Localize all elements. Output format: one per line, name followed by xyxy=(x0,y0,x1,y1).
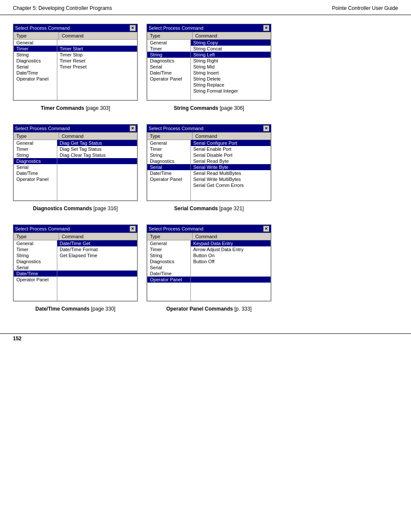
diagnostics-caption: Diagnostics Commands [page 316] xyxy=(33,205,118,212)
type-cell: Diagnostics xyxy=(147,158,190,164)
table-row[interactable]: String Serial Disable Port xyxy=(147,152,271,158)
string-dialog-title: Select Process Command xyxy=(149,25,203,31)
table-row[interactable]: Serial xyxy=(14,164,137,170)
table-row[interactable]: Operator Panel String Delete xyxy=(147,76,271,82)
table-row[interactable]: String Get Elapsed Time xyxy=(14,252,137,258)
table-row[interactable]: Diagnostics Serial Read Byte xyxy=(147,158,271,164)
table-row[interactable]: String Diag Clear Tag Status xyxy=(14,152,137,158)
table-row[interactable]: Operator Panel xyxy=(14,176,137,182)
type-cell: Serial xyxy=(147,64,190,70)
table-row[interactable]: Diagnostics Timer Reset xyxy=(14,58,137,64)
table-row[interactable]: Serial String Mid xyxy=(147,64,271,70)
guide-title: Pointe Controller User Guide xyxy=(332,5,398,11)
string-body-table: General String Copy Timer String Concat … xyxy=(147,40,271,100)
serial-caption: Serial Commands [page 321] xyxy=(174,205,243,212)
string-dialog-close[interactable]: ✕ xyxy=(263,25,269,31)
table-row[interactable]: General xyxy=(14,40,137,46)
table-row[interactable]: Diagnostics String Right xyxy=(147,58,271,64)
table-row[interactable]: String Button On xyxy=(147,252,271,258)
table-row[interactable]: Diagnostics Button Off xyxy=(147,258,271,264)
type-cell: Serial xyxy=(14,264,57,271)
string-caption-bold: String Commands xyxy=(174,105,218,111)
string-caption-ref: [page 306] xyxy=(220,105,244,111)
table-row[interactable]: Operator Panel Serial Write MultiBytes xyxy=(147,176,271,182)
string-table-body-wrapper: General String Copy Timer String Concat … xyxy=(147,40,271,100)
page-footer: 152 xyxy=(0,333,411,343)
table-row[interactable]: Date/Time xyxy=(14,170,137,176)
table-row xyxy=(14,283,137,289)
table-row[interactable]: General Date/Time Get xyxy=(14,240,137,246)
command-cell: Keypad Data Entry xyxy=(190,240,271,246)
table-row[interactable]: Serial Get Comm Errors xyxy=(147,182,271,188)
table-row[interactable]: String Replace xyxy=(147,82,271,88)
table-row[interactable]: Serial xyxy=(14,264,137,271)
timer-body-table: General Timer Timer Start String Timer S… xyxy=(14,40,137,100)
timer-dialog-close[interactable]: ✕ xyxy=(130,25,136,31)
serial-dialog-container: Select Process Command ✕ Type Command xyxy=(146,124,271,212)
serial-dialog-close[interactable]: ✕ xyxy=(263,125,269,131)
command-cell: Serial Get Comm Errors xyxy=(190,182,271,188)
table-row[interactable]: Operator Panel xyxy=(14,76,137,82)
table-row[interactable]: General Diag Get Tag Status xyxy=(14,140,137,146)
table-row[interactable]: Timer String Concat xyxy=(147,46,271,52)
table-row[interactable]: Date/Time xyxy=(14,271,137,277)
type-cell: Operator Panel xyxy=(147,277,190,283)
serial-table-body-wrapper: General Serial Configure Port Timer Seri… xyxy=(147,140,271,201)
serial-col-type: Type xyxy=(147,133,193,140)
timer-table-body-wrapper: General Timer Timer Start String Timer S… xyxy=(13,40,137,100)
table-row[interactable]: General Serial Configure Port xyxy=(147,140,271,146)
page-header: Chapter 5: Developing Controller Program… xyxy=(0,0,411,15)
table-row[interactable]: General String Copy xyxy=(147,40,271,46)
table-row[interactable]: Date/Time Serial Read MultiBytes xyxy=(147,170,271,176)
command-cell: String Format Integer xyxy=(190,88,271,94)
table-row[interactable]: Diagnostics xyxy=(14,258,137,264)
table-row[interactable]: General Keypad Data Entry xyxy=(147,240,271,246)
table-row[interactable]: Diagnostics xyxy=(14,158,137,164)
table-row[interactable]: Serial Serial Write Byte xyxy=(147,164,271,170)
timer-caption-ref: [page 303] xyxy=(86,105,110,111)
table-row[interactable]: String Format Integer xyxy=(147,88,271,94)
timer-dialog-titlebar: Select Process Command ✕ xyxy=(13,24,137,32)
table-row[interactable]: Operator Panel xyxy=(14,277,137,283)
table-row[interactable]: Timer Timer Start xyxy=(14,46,137,52)
timer-dialog-title: Select Process Command xyxy=(15,25,70,31)
serial-caption-bold: Serial Commands xyxy=(174,205,218,212)
operator-col-type: Type xyxy=(147,233,193,240)
operator-table-body-wrapper: General Keypad Data Entry Timer Arrow Ad… xyxy=(147,240,271,301)
diagnostics-caption-ref: [page 316] xyxy=(93,205,118,212)
table-row[interactable]: String String Left xyxy=(147,52,271,58)
operator-dialog-container: Select Process Command ✕ Type Command xyxy=(146,224,271,312)
table-row[interactable]: Date/Time String Insert xyxy=(147,70,271,76)
datetime-dialog-close[interactable]: ✕ xyxy=(130,226,136,232)
operator-dialog-close[interactable]: ✕ xyxy=(263,226,269,232)
diagnostics-dialog-close[interactable]: ✕ xyxy=(130,125,136,131)
command-cell: Button Off xyxy=(190,258,271,264)
timer-col-type: Type xyxy=(14,32,59,40)
table-row[interactable]: String Timer Stop xyxy=(14,52,137,58)
command-cell: Date/Time Get xyxy=(57,240,137,246)
command-cell: Timer Preset xyxy=(57,64,137,70)
command-cell: Button On xyxy=(190,252,271,258)
table-row[interactable]: Timer Arrow Adjust Data Entry xyxy=(147,246,271,252)
table-row[interactable]: Date/Time xyxy=(147,271,271,277)
command-cell: String Copy xyxy=(190,40,271,46)
page-content: Select Process Command ✕ Type Command xyxy=(0,15,411,333)
table-row[interactable]: Timer Date/Time Format xyxy=(14,246,137,252)
table-row[interactable]: Serial xyxy=(147,264,271,271)
datetime-dialog-container: Select Process Command ✕ Type Command xyxy=(13,224,138,312)
table-row xyxy=(14,94,137,100)
table-row[interactable]: Operator Panel xyxy=(147,277,271,283)
type-cell: Operator Panel xyxy=(14,176,57,182)
type-cell: General xyxy=(147,140,190,146)
diagnostics-dialog-box: Select Process Command ✕ Type Command xyxy=(13,124,138,201)
table-row[interactable]: Timer Serial Enable Port xyxy=(147,146,271,152)
table-row[interactable]: Date/Time xyxy=(14,70,137,76)
table-row[interactable]: Timer Diag Set Tag Status xyxy=(14,146,137,152)
command-cell: Diag Get Tag Status xyxy=(57,140,137,146)
operator-dialog-table: Type Command xyxy=(147,233,271,240)
type-cell: String xyxy=(14,52,57,58)
string-dialog-table: Type Command xyxy=(147,32,271,40)
command-cell: Diag Clear Tag Status xyxy=(57,152,137,158)
type-cell: General xyxy=(147,240,190,246)
table-row[interactable]: Serial Timer Preset xyxy=(14,64,137,70)
